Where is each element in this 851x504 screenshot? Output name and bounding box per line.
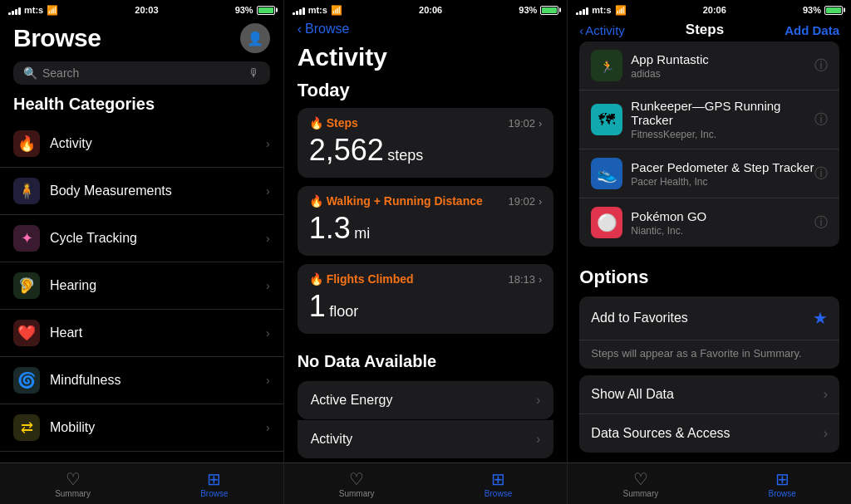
category-item-mindfulness[interactable]: 🌀 Mindfulness ›: [0, 357, 283, 404]
tab-browse-3[interactable]: ⊞ Browse: [769, 471, 796, 498]
adidas-name: App Runtastic: [631, 52, 814, 66]
activity-scroll: Today 🔥 Steps 19:02 › 2,562 steps: [284, 76, 568, 462]
battery-pct-3: 93%: [803, 5, 821, 15]
mindfulness-label: Mindfulness: [50, 373, 266, 388]
back-chevron-3: ‹: [579, 23, 583, 37]
show-all-chevron: ›: [824, 387, 828, 402]
activity2-row[interactable]: Activity ›: [298, 420, 554, 458]
data-sources-label: Data Sources & Access: [591, 426, 730, 441]
tab-browse-label-2: Browse: [485, 489, 512, 498]
steps-panel: mt:s 📶 20:06 93% ‹ Activity Steps Add Da…: [568, 0, 851, 504]
battery-icon-1: [257, 6, 275, 15]
no-data-section: No Data Available: [284, 342, 568, 374]
battery-icon-3: [824, 6, 843, 15]
runkeeper-info-btn[interactable]: ⓘ: [814, 111, 828, 129]
summary-icon-2: ♡: [349, 471, 364, 487]
pacer-company: Pacer Health, Inc: [631, 176, 814, 188]
cycle-label: Cycle Tracking: [50, 231, 266, 246]
pokemon-icon: ⚪: [591, 207, 622, 238]
heart-label: Heart: [50, 325, 266, 340]
status-right-1: 93%: [235, 5, 275, 15]
app-item-adidas[interactable]: 🏃 App Runtastic adidas ⓘ: [579, 42, 839, 91]
mic-icon: 🎙: [248, 66, 260, 80]
adidas-info: App Runtastic adidas: [631, 52, 814, 80]
activity2-chevron: ›: [536, 432, 540, 447]
pacer-info-btn[interactable]: ⓘ: [814, 165, 828, 183]
walking-time: 19:02 ›: [508, 195, 542, 208]
wifi-icon-3: 📶: [615, 5, 627, 16]
pokemon-name: Pokémon GO: [631, 209, 814, 223]
category-item-activity[interactable]: 🔥 Activity ›: [0, 120, 283, 168]
pacer-info: Pacer Pedometer & Step Tracker Pacer Hea…: [631, 160, 814, 188]
data-sources-chevron: ›: [824, 426, 828, 441]
status-left-1: mt:s 📶: [8, 5, 58, 16]
avatar[interactable]: 👤: [240, 23, 270, 53]
carrier-2: mt:s: [308, 5, 327, 15]
flame-icon-walking: 🔥: [309, 194, 323, 208]
app-list: 🏃 App Runtastic adidas ⓘ 🗺 Runkeeper—GPS…: [568, 42, 851, 253]
no-data-label: No Data Available: [298, 352, 554, 371]
search-bar[interactable]: 🔍 Search 🎙: [13, 61, 270, 85]
mindfulness-icon: 🌀: [13, 367, 40, 394]
steps-nav-title: Steps: [686, 22, 724, 38]
tab-browse-1[interactable]: ⊞ Browse: [200, 471, 228, 498]
tab-summary-label-2: Summary: [339, 489, 375, 498]
category-item-hearing[interactable]: 🦻 Hearing ›: [0, 262, 283, 310]
add-favorites-row[interactable]: Add to Favorites ★: [579, 296, 839, 340]
star-icon: ★: [813, 308, 828, 328]
category-item-mobility[interactable]: ⇄ Mobility ›: [0, 404, 283, 452]
steps-time: 19:02 ›: [508, 117, 542, 130]
runkeeper-company: FitnessKeeper, Inc.: [631, 129, 814, 140]
time-3: 20:06: [703, 5, 726, 15]
flame-icon-flights: 🔥: [309, 272, 323, 286]
hearing-icon: 🦻: [13, 272, 40, 299]
battery-icon-2: [540, 6, 558, 15]
flights-value: 1: [309, 289, 326, 323]
steps-header: 🔥 Steps 19:02 ›: [309, 116, 543, 130]
tab-browse-2[interactable]: ⊞ Browse: [485, 471, 512, 498]
chevron-icon-mindfulness: ›: [266, 374, 270, 387]
category-item-heart[interactable]: ❤️ Heart ›: [0, 310, 283, 357]
mobility-label: Mobility: [50, 420, 266, 435]
flights-time: 18:13 ›: [508, 273, 542, 286]
add-favorites-label: Add to Favorites: [591, 311, 688, 325]
favorites-hint-row: Steps will appear as a Favorite in Summa…: [579, 340, 839, 369]
app-item-pokemon[interactable]: ⚪ Pokémon GO Niantic, Inc. ⓘ: [579, 198, 839, 247]
runkeeper-info: Runkeeper—GPS Running Tracker FitnessKee…: [631, 99, 814, 140]
category-item-body[interactable]: 🧍 Body Measurements ›: [0, 168, 283, 215]
active-energy-row[interactable]: Active Energy ›: [298, 381, 554, 419]
show-all-data-label: Show All Data: [591, 387, 674, 402]
walking-card[interactable]: 🔥 Walking + Running Distance 19:02 › 1.3…: [298, 186, 554, 256]
back-label-2: Browse: [305, 22, 349, 37]
back-btn-3[interactable]: ‹ Activity: [579, 23, 625, 37]
tab-bar-3: ♡ Summary ⊞ Browse: [568, 462, 851, 504]
tab-summary-1[interactable]: ♡ Summary: [55, 471, 91, 498]
mobility-icon: ⇄: [13, 414, 40, 441]
adidas-icon: 🏃: [591, 50, 622, 81]
app-item-pacer[interactable]: 👟 Pacer Pedometer & Step Tracker Pacer H…: [579, 149, 839, 198]
tab-summary-3[interactable]: ♡ Summary: [622, 471, 658, 498]
pacer-name: Pacer Pedometer & Step Tracker: [631, 160, 814, 174]
flights-card[interactable]: 🔥 Flights Climbed 18:13 › 1 floor: [298, 264, 554, 334]
pokemon-info-btn[interactable]: ⓘ: [814, 214, 828, 232]
tab-summary-label-3: Summary: [622, 489, 658, 498]
status-left-2: mt:s 📶: [293, 5, 342, 16]
chevron-icon-activity: ›: [266, 137, 270, 150]
add-data-button[interactable]: Add Data: [785, 23, 839, 37]
app-item-runkeeper[interactable]: 🗺 Runkeeper—GPS Running Tracker FitnessK…: [579, 91, 839, 149]
tab-bar-2: ♡ Summary ⊞ Browse: [284, 462, 568, 504]
flame-icon-steps: 🔥: [309, 116, 323, 130]
options-section: Options Add to Favorites ★ Steps will ap…: [568, 253, 851, 456]
adidas-info-btn[interactable]: ⓘ: [814, 57, 828, 75]
nav-back-2[interactable]: ‹ Browse: [284, 18, 568, 40]
steps-scroll: 🏃 App Runtastic adidas ⓘ 🗺 Runkeeper—GPS…: [568, 42, 851, 462]
time-1: 20:03: [135, 5, 158, 15]
category-item-cycle[interactable]: ✦ Cycle Tracking ›: [0, 215, 283, 262]
pokemon-info: Pokémon GO Niantic, Inc.: [631, 209, 814, 237]
steps-card[interactable]: 🔥 Steps 19:02 › 2,562 steps: [298, 108, 554, 178]
show-all-data-row[interactable]: Show All Data ›: [579, 375, 839, 414]
signal-icon-3: [576, 6, 588, 15]
runkeeper-icon: 🗺: [591, 104, 622, 135]
data-sources-row[interactable]: Data Sources & Access ›: [579, 414, 839, 453]
tab-summary-2[interactable]: ♡ Summary: [339, 471, 375, 498]
